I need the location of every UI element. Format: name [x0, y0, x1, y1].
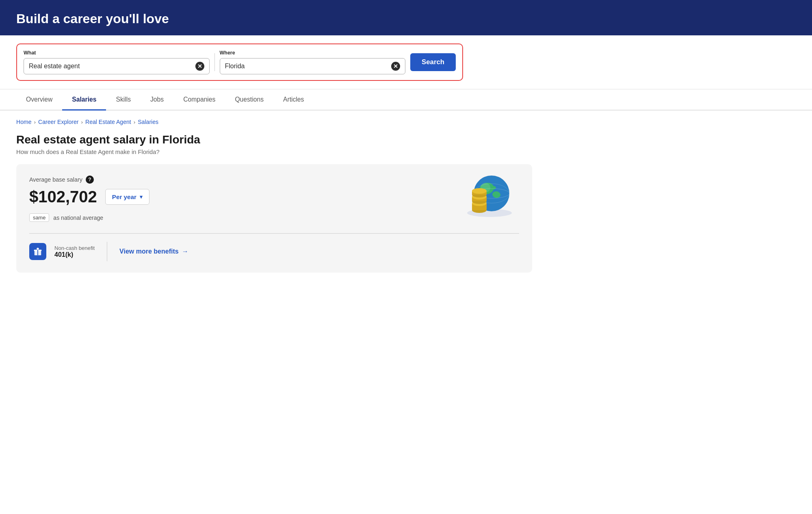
what-clear-button[interactable]: ✕ [195, 62, 204, 71]
salary-amount: $102,702 [29, 188, 97, 206]
globe-illustration [463, 172, 516, 217]
breadcrumb: Home › Career Explorer › Real Estate Age… [16, 119, 532, 125]
salary-card: Average base salary ? $102,702 Per year … [16, 164, 532, 273]
where-input[interactable] [225, 63, 389, 70]
page-subtitle: How much does a Real Estate Agent make i… [16, 149, 532, 155]
benefit-label: Non-cash benefit [54, 245, 95, 251]
header-banner: Build a career you'll love [0, 0, 812, 35]
svg-point-17 [472, 188, 487, 194]
chevron-down-icon: ▾ [140, 194, 143, 200]
breadcrumb-role[interactable]: Real Estate Agent [85, 119, 131, 125]
breadcrumb-sep-2: › [81, 119, 83, 125]
avg-base-label: Average base salary ? [29, 176, 519, 184]
per-year-dropdown[interactable]: Per year ▾ [105, 189, 149, 205]
national-avg-badge: same [29, 213, 49, 222]
svg-point-5 [491, 186, 496, 189]
benefit-info: Non-cash benefit 401(k) [54, 245, 95, 258]
view-more-benefits-button[interactable]: View more benefits → [119, 248, 188, 255]
where-clear-button[interactable]: ✕ [391, 62, 400, 71]
salary-row: $102,702 Per year ▾ [29, 188, 519, 206]
breadcrumb-career-explorer[interactable]: Career Explorer [38, 119, 78, 125]
where-input-row: ✕ [220, 58, 406, 74]
national-avg-text: as national average [53, 215, 103, 221]
view-more-label: View more benefits [119, 248, 179, 255]
page-title: Real estate agent salary in Florida [16, 133, 532, 146]
benefit-name: 401(k) [54, 251, 95, 258]
what-input-row: ✕ [24, 58, 210, 74]
where-clear-icon: ✕ [391, 62, 400, 71]
tab-companies[interactable]: Companies [173, 89, 225, 110]
breadcrumb-current[interactable]: Salaries [138, 119, 158, 125]
tab-skills[interactable]: Skills [106, 89, 141, 110]
per-year-label: Per year [112, 193, 136, 200]
tab-questions[interactable]: Questions [225, 89, 273, 110]
help-icon[interactable]: ? [86, 176, 94, 184]
breadcrumb-sep-3: › [134, 119, 136, 125]
nav-tabs: Overview Salaries Skills Jobs Companies … [0, 89, 812, 111]
national-avg-row: same as national average [29, 213, 519, 222]
main-content: Home › Career Explorer › Real Estate Age… [0, 111, 548, 281]
tab-jobs[interactable]: Jobs [141, 89, 173, 110]
search-button[interactable]: Search [410, 53, 456, 71]
gift-icon [33, 247, 42, 256]
what-field-group: What ✕ [24, 50, 210, 74]
where-label: Where [220, 50, 406, 56]
search-box: What ✕ Where ✕ Search [16, 43, 463, 81]
site-tagline: Build a career you'll love [16, 11, 796, 26]
tab-salaries[interactable]: Salaries [62, 89, 106, 110]
breadcrumb-home[interactable]: Home [16, 119, 32, 125]
arrow-icon: → [182, 248, 188, 255]
what-clear-icon: ✕ [195, 62, 204, 71]
what-input[interactable] [29, 63, 193, 70]
benefits-row: Non-cash benefit 401(k) View more benefi… [29, 242, 519, 261]
benefits-divider [29, 233, 519, 234]
tab-overview[interactable]: Overview [16, 89, 62, 110]
benefit-icon-wrap [29, 243, 46, 260]
search-divider [214, 53, 215, 71]
what-label: What [24, 50, 210, 56]
where-field-group: Where ✕ [220, 50, 406, 74]
breadcrumb-sep-1: › [34, 119, 36, 125]
search-container: What ✕ Where ✕ Search [0, 35, 812, 89]
benefits-separator [107, 242, 107, 261]
tab-articles[interactable]: Articles [273, 89, 314, 110]
